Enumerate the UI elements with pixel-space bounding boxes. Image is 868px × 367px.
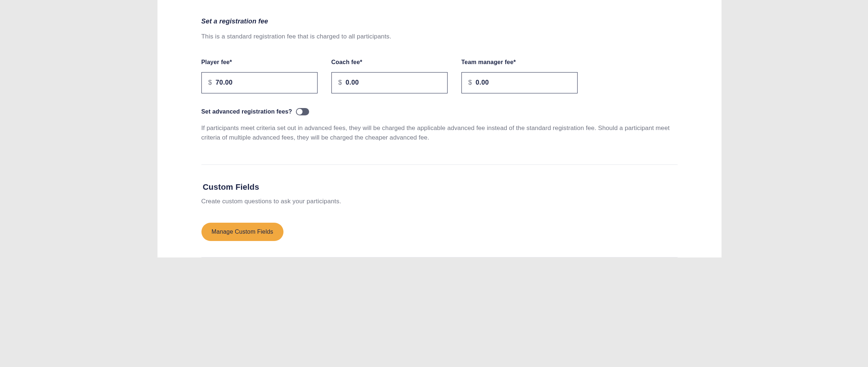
currency-symbol: $ bbox=[338, 79, 342, 86]
section-divider bbox=[201, 257, 678, 257]
content: Set a registration fee This is a standar… bbox=[157, 18, 722, 257]
toggle-knob-icon bbox=[297, 109, 303, 115]
currency-symbol: $ bbox=[468, 79, 472, 86]
coach-fee-input[interactable] bbox=[346, 79, 441, 86]
player-fee-input[interactable] bbox=[216, 79, 311, 86]
player-fee-field: Player fee* $ bbox=[201, 59, 318, 93]
team-manager-fee-label: Team manager fee* bbox=[461, 59, 578, 66]
team-manager-fee-field: Team manager fee* $ bbox=[461, 59, 578, 93]
coach-fee-field: Coach fee* $ bbox=[331, 59, 448, 93]
page-container: Set a registration fee This is a standar… bbox=[157, 0, 722, 257]
advanced-fees-toggle-row: Set advanced registration fees? bbox=[201, 108, 678, 115]
currency-symbol: $ bbox=[208, 79, 212, 86]
section-divider bbox=[201, 164, 678, 165]
coach-fee-input-wrap: $ bbox=[331, 72, 448, 93]
team-manager-fee-input-wrap: $ bbox=[461, 72, 578, 93]
fee-row: Player fee* $ Coach fee* $ Team manager … bbox=[201, 59, 678, 93]
team-manager-fee-input[interactable] bbox=[476, 79, 571, 86]
registration-fee-description: This is a standard registration fee that… bbox=[201, 32, 678, 41]
advanced-fees-description: If participants meet criteria set out in… bbox=[201, 123, 678, 143]
coach-fee-label: Coach fee* bbox=[331, 59, 448, 66]
manage-custom-fields-button[interactable]: Manage Custom Fields bbox=[201, 223, 284, 241]
player-fee-input-wrap: $ bbox=[201, 72, 318, 93]
custom-fields-heading: Custom Fields bbox=[201, 182, 678, 192]
advanced-fees-toggle-label: Set advanced registration fees? bbox=[201, 108, 292, 115]
player-fee-label: Player fee* bbox=[201, 59, 318, 66]
advanced-fees-toggle[interactable] bbox=[296, 108, 309, 115]
registration-fee-title: Set a registration fee bbox=[201, 18, 678, 25]
custom-fields-description: Create custom questions to ask your part… bbox=[201, 198, 678, 205]
